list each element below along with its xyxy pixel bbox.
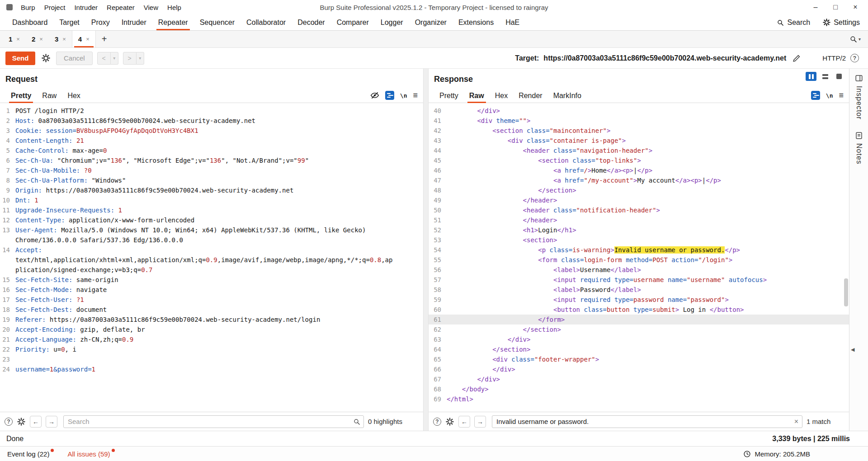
panel-splitter[interactable] [423, 69, 429, 431]
code-line[interactable]: 13User-Agent: Mozilla/5.0 (Windows NT 10… [0, 225, 423, 235]
code-line[interactable]: 66 </div> [429, 364, 849, 374]
collapse-panel-arrow-icon[interactable]: ◀ [851, 347, 854, 353]
nav-tab-intruder[interactable]: Intruder [116, 14, 152, 30]
code-line[interactable]: 49 </header> [429, 195, 849, 205]
code-line[interactable]: 18Sec-Fetch-Dest: document [0, 305, 423, 315]
editor-menu-icon[interactable]: ≡ [413, 91, 418, 99]
code-line[interactable]: 16Sec-Fetch-Mode: navigate [0, 285, 423, 295]
code-line[interactable]: 20Accept-Encoding: gzip, deflate, br [0, 325, 423, 334]
code-line[interactable]: 53 <section> [429, 235, 849, 245]
code-line[interactable]: 54 <p class=is-warning>Invalid username … [429, 245, 849, 255]
clear-search-icon[interactable]: × [794, 418, 798, 425]
response-search-input[interactable] [492, 415, 802, 428]
response-tab-pretty[interactable]: Pretty [434, 89, 464, 103]
code-line[interactable]: 46 <a href=/>Home</a><p>|</p> [429, 165, 849, 175]
newline-toggle-icon[interactable]: \n [400, 92, 407, 99]
code-line[interactable]: 69</html> [429, 394, 849, 404]
cancel-button[interactable]: Cancel [56, 52, 93, 65]
minimize-button[interactable]: – [806, 3, 826, 11]
request-tab-hex[interactable]: Hex [62, 89, 85, 103]
menu-intruder[interactable]: Intruder [70, 2, 102, 13]
nav-tab-dashboard[interactable]: Dashboard [6, 14, 53, 30]
code-line[interactable]: 60 <button class=button type=submit> Log… [429, 305, 849, 315]
code-line[interactable]: 21Accept-Language: zh-CN,zh;q=0.9 [0, 334, 423, 344]
request-tab-pretty[interactable]: Pretty [5, 89, 37, 103]
chevron-down-icon[interactable]: ▾ [137, 52, 144, 65]
code-line[interactable]: 50 <header class="notification-header"> [429, 205, 849, 215]
code-line[interactable]: 8Sec-Ch-Ua-Platform: "Windows" [0, 175, 423, 185]
search-button[interactable]: Search [777, 19, 810, 27]
code-line[interactable]: 12Content-Type: application/x-www-form-u… [0, 215, 423, 225]
code-line[interactable]: 2Host: 0a87003a03a5111c86f9c59e00b70024.… [0, 116, 423, 126]
send-settings-gear-icon[interactable] [40, 52, 52, 64]
response-tab-raw[interactable]: Raw [464, 89, 490, 103]
response-tab-hex[interactable]: Hex [490, 89, 513, 103]
code-line[interactable]: 61 </form> [429, 315, 849, 325]
next-match-button[interactable]: → [474, 416, 486, 428]
event-log-button[interactable]: Event log (22) [7, 450, 52, 458]
send-button[interactable]: Send [5, 52, 35, 65]
request-editor[interactable]: 1POST /login HTTP/22Host: 0a87003a03a511… [0, 103, 423, 412]
code-line[interactable]: text/html,application/xhtml+xml,applicat… [0, 255, 423, 265]
nav-tab-logger[interactable]: Logger [375, 14, 409, 30]
response-tab-render[interactable]: Render [513, 89, 547, 103]
close-tab-icon[interactable]: × [62, 36, 66, 42]
inspector-dock-icon[interactable] [855, 74, 863, 82]
code-line[interactable]: 6Sec-Ch-Ua: "Chromium";v="136", "Microso… [0, 155, 423, 165]
code-line[interactable]: 10Dnt: 1 [0, 195, 423, 205]
nav-tab-repeater[interactable]: Repeater [152, 14, 194, 30]
help-icon[interactable]: ? [433, 418, 441, 426]
previous-match-button[interactable]: ← [458, 416, 470, 428]
close-button[interactable]: × [845, 3, 865, 11]
settings-button[interactable]: Settings [823, 19, 860, 27]
code-line[interactable]: 67 </div> [429, 374, 849, 384]
code-line[interactable]: 19Referer: https://0a87003a03a5111c86f9c… [0, 315, 423, 325]
nav-tab-organizer[interactable]: Organizer [409, 14, 453, 30]
maximize-button[interactable]: □ [826, 3, 845, 11]
nav-tab-hae[interactable]: HaE [500, 14, 525, 30]
code-line[interactable]: 24username=1&password=1 [0, 364, 423, 374]
code-line[interactable]: 9Origin: https://0a87003a03a5111c86f9c59… [0, 185, 423, 195]
code-line[interactable]: 44 <header class="navigation-header"> [429, 146, 849, 155]
back-button[interactable]: < ▾ [97, 52, 118, 65]
code-line[interactable]: 41 <div theme=""> [429, 116, 849, 126]
search-settings-gear-icon[interactable] [17, 417, 26, 426]
code-line[interactable]: 40 </div> [429, 106, 849, 116]
nav-tab-comparer[interactable]: Comparer [331, 14, 375, 30]
layout-columns-icon[interactable] [806, 72, 816, 81]
prettify-toggle-icon[interactable] [811, 91, 820, 100]
help-icon[interactable]: ? [850, 54, 859, 62]
layout-rows-icon[interactable] [820, 72, 830, 81]
close-tab-icon[interactable]: × [39, 36, 43, 42]
code-line[interactable]: 55 <form class=login-form method=POST ac… [429, 255, 849, 265]
code-line[interactable]: 57 <input required type=username name="u… [429, 275, 849, 285]
nav-tab-target[interactable]: Target [53, 14, 85, 30]
code-line[interactable]: 45 <section class="top-links"> [429, 155, 849, 165]
chevron-down-icon[interactable]: ▾ [111, 52, 118, 65]
menu-view[interactable]: View [139, 2, 163, 13]
code-line[interactable]: 15Sec-Fetch-Site: same-origin [0, 275, 423, 285]
code-line[interactable]: 64 </section> [429, 344, 849, 354]
all-issues-button[interactable]: All issues (59) [67, 450, 113, 458]
nav-tab-proxy[interactable]: Proxy [85, 14, 116, 30]
next-match-button[interactable]: → [46, 416, 57, 428]
response-editor[interactable]: 40 </div>41 <div theme="">42 <section cl… [429, 103, 849, 412]
code-line[interactable]: 47 <a href="/my-account">My account</a><… [429, 175, 849, 185]
new-tab-button[interactable]: + [96, 31, 113, 47]
prettify-toggle-icon[interactable] [385, 91, 394, 100]
code-line[interactable]: 43 <div class="container is-page"> [429, 136, 849, 146]
newline-toggle-icon[interactable]: \n [826, 92, 833, 99]
previous-match-button[interactable]: ← [30, 416, 42, 428]
tab-search-button[interactable]: ▾ [849, 31, 868, 47]
search-settings-gear-icon[interactable] [445, 417, 454, 426]
code-line[interactable]: 65 <div class="footer-wrapper"> [429, 354, 849, 364]
code-line[interactable]: 42 <section class="maincontainer"> [429, 126, 849, 136]
help-icon[interactable]: ? [5, 418, 13, 426]
code-line[interactable]: Chrome/136.0.0.0 Safari/537.36 Edg/136.0… [0, 235, 423, 245]
code-line[interactable]: 11Upgrade-Insecure-Requests: 1 [0, 205, 423, 215]
close-tab-icon[interactable]: × [16, 36, 20, 42]
code-line[interactable]: 59 <input required type=password name="p… [429, 295, 849, 305]
protocol-selector[interactable]: HTTP/2 [822, 54, 846, 62]
scrollbar-thumb[interactable] [844, 278, 848, 306]
code-line[interactable]: 58 <label>Password</label> [429, 285, 849, 295]
